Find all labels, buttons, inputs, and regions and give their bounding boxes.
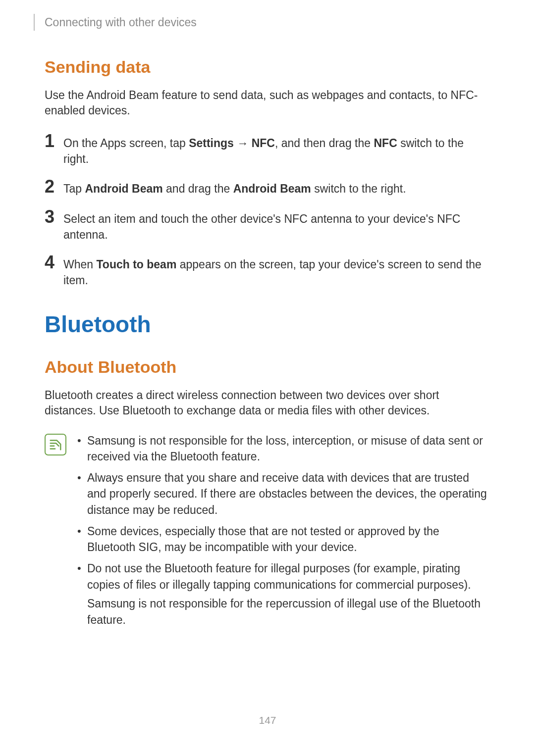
note-extra: Samsung is not responsible for the reper…	[87, 596, 490, 628]
breadcrumb: Connecting with other devices	[34, 14, 490, 31]
note-item: Some devices, especially those that are …	[75, 523, 490, 555]
sending-data-intro: Use the Android Beam feature to send dat…	[45, 88, 490, 118]
step-number: 4	[45, 253, 63, 271]
step-text: Select an item and touch the other devic…	[63, 210, 490, 243]
note-item: Always ensure that you share and receive…	[75, 470, 490, 518]
note-item: Do not use the Bluetooth feature for ill…	[75, 560, 490, 628]
step-text: On the Apps screen, tap Settings → NFC, …	[63, 134, 490, 167]
note-block: Samsung is not responsible for the loss,…	[45, 433, 490, 633]
step-text: Tap Android Beam and drag the Android Be…	[63, 180, 406, 197]
step-number: 3	[45, 208, 63, 226]
step-number: 2	[45, 178, 63, 196]
note-item: Samsung is not responsible for the loss,…	[75, 433, 490, 465]
step-text: When Touch to beam appears on the screen…	[63, 255, 490, 288]
note-icon	[45, 434, 66, 455]
note-list: Samsung is not responsible for the loss,…	[75, 433, 490, 633]
section-title-about-bluetooth: About Bluetooth	[45, 357, 490, 377]
step-list: 1 On the Apps screen, tap Settings → NFC…	[45, 132, 490, 288]
step-item: 3 Select an item and touch the other dev…	[45, 208, 490, 243]
about-bluetooth-body: Bluetooth creates a direct wireless conn…	[45, 388, 490, 418]
page-number: 147	[0, 714, 535, 726]
step-item: 2 Tap Android Beam and drag the Android …	[45, 178, 490, 197]
step-number: 1	[45, 132, 63, 150]
step-item: 4 When Touch to beam appears on the scre…	[45, 253, 490, 288]
section-title-sending-data: Sending data	[45, 57, 490, 77]
main-title-bluetooth: Bluetooth	[45, 311, 490, 338]
step-item: 1 On the Apps screen, tap Settings → NFC…	[45, 132, 490, 167]
